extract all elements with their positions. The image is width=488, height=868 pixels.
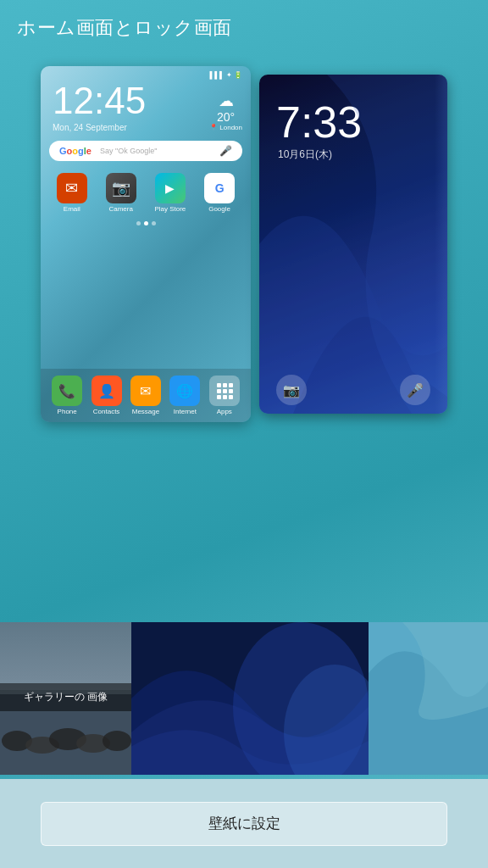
- voice-search-icon[interactable]: 🎤: [219, 145, 232, 157]
- email-app[interactable]: ✉ Email: [57, 173, 87, 213]
- home-dock: 📞 Phone 👤 Contacts ✉ Message 🌐 Internet: [41, 369, 251, 422]
- home-apps-row: ✉ Email 📷 Camera ▶ Play Store G Google: [41, 168, 251, 218]
- lock-mic-icon[interactable]: 🎤: [400, 375, 430, 405]
- google-label: Google: [208, 205, 230, 213]
- email-label: Email: [64, 205, 80, 213]
- edge-curve: [435, 75, 447, 414]
- svg-rect-2: [229, 383, 233, 387]
- dot-1: [136, 221, 141, 225]
- internet-label: Internet: [174, 408, 197, 415]
- phone-icon: 📞: [52, 376, 82, 406]
- page-title: ホーム画面とロック画面: [0, 0, 488, 49]
- apps-label: Apps: [217, 408, 232, 415]
- home-weather: ☁ 20° 📍 London: [209, 92, 242, 131]
- weather-icon: ☁: [209, 92, 242, 110]
- playstore-icon: ▶: [155, 173, 186, 203]
- svg-rect-6: [217, 395, 221, 399]
- google-search-bar[interactable]: Google Say "Ok Google" 🎤: [49, 141, 242, 161]
- apps-icon: [209, 376, 240, 406]
- camera-icon: 📷: [106, 173, 136, 203]
- message-icon: ✉: [130, 376, 161, 406]
- lock-screen-preview[interactable]: 7:33 10月6日(木) 📷 🎤: [259, 75, 447, 414]
- internet-icon: 🌐: [169, 376, 200, 406]
- contacts-app[interactable]: 👤 Contacts: [92, 376, 122, 415]
- page-indicator: [41, 218, 251, 229]
- email-icon: ✉: [57, 173, 87, 203]
- location: 📍 London: [209, 124, 242, 131]
- camera-app[interactable]: 📷 Camera: [106, 173, 136, 213]
- set-wallpaper-area: 壁紙に設定: [0, 779, 488, 868]
- temperature: 20°: [209, 110, 242, 124]
- svg-rect-7: [223, 395, 227, 399]
- lock-camera-icon[interactable]: 📷: [276, 375, 307, 405]
- home-screen-preview[interactable]: ▌▌▌ ✦ 🔋 12:45 Mon, 24 September ☁ 20° 📍 …: [41, 66, 251, 422]
- home-status-bar: ▌▌▌ ✦ 🔋: [41, 66, 251, 81]
- phone-app[interactable]: 📞 Phone: [52, 376, 82, 415]
- contacts-label: Contacts: [93, 408, 120, 415]
- gallery-thumb-3[interactable]: [369, 622, 488, 775]
- lock-bottom-icons: 📷 🎤: [259, 375, 447, 405]
- google-logo: Google: [59, 146, 92, 156]
- svg-rect-4: [223, 389, 227, 393]
- gallery-thumb-2[interactable]: [131, 622, 369, 775]
- dot-2: [144, 221, 148, 225]
- google-icon: G: [204, 173, 235, 203]
- phone-label: Phone: [58, 408, 77, 415]
- dot-3: [152, 221, 156, 225]
- message-label: Message: [132, 408, 159, 415]
- gallery-label: ギャラリーの 画像: [0, 683, 131, 711]
- svg-rect-3: [217, 389, 221, 393]
- contacts-icon: 👤: [92, 376, 122, 406]
- preview-area: ▌▌▌ ✦ 🔋 12:45 Mon, 24 September ☁ 20° 📍 …: [0, 58, 488, 431]
- svg-rect-0: [217, 383, 221, 387]
- playstore-app[interactable]: ▶ Play Store: [154, 173, 186, 213]
- signal-icons: ▌▌▌ ✦ 🔋: [210, 71, 242, 79]
- set-wallpaper-button[interactable]: 壁紙に設定: [41, 802, 447, 846]
- svg-rect-8: [229, 395, 233, 399]
- google-app[interactable]: G Google: [204, 173, 235, 213]
- message-app[interactable]: ✉ Message: [130, 376, 161, 415]
- playstore-label: Play Store: [154, 205, 186, 213]
- svg-rect-5: [229, 389, 233, 393]
- internet-app[interactable]: 🌐 Internet: [169, 376, 200, 415]
- camera-label: Camera: [108, 205, 132, 213]
- search-hint: Say "Ok Google": [100, 147, 157, 155]
- svg-rect-1: [223, 383, 227, 387]
- svg-point-15: [103, 731, 131, 751]
- apps-drawer[interactable]: Apps: [209, 376, 240, 415]
